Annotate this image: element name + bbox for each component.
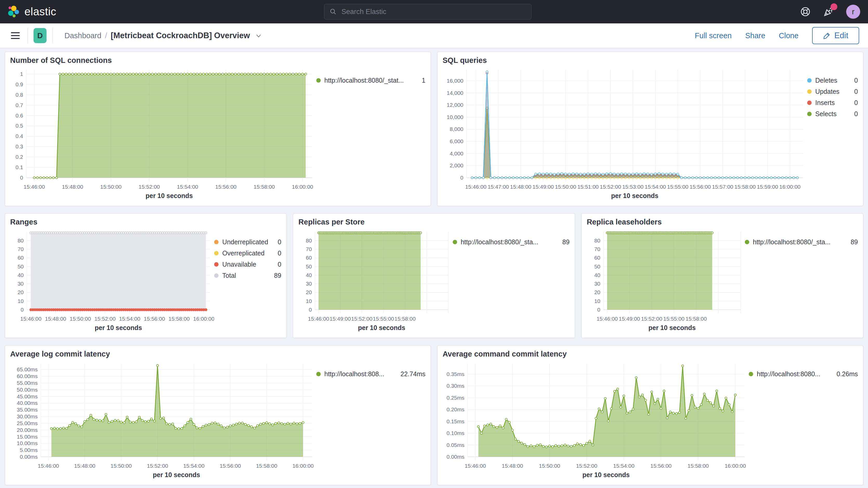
legend-item[interactable]: Inserts0: [807, 99, 858, 106]
svg-text:6,000: 6,000: [450, 138, 463, 144]
legend-item[interactable]: Underreplicated0: [214, 238, 281, 246]
panel-title: Number of SQL connections: [10, 56, 426, 65]
breadcrumb-dashboard-link[interactable]: Dashboard: [64, 31, 101, 40]
svg-text:15:56:00: 15:56:00: [215, 184, 237, 190]
clone-button[interactable]: Clone: [779, 31, 799, 40]
panel-replicas-per-store: Replicas per Store 0102030405060708015:4…: [293, 213, 575, 338]
dashboard-badge-letter: D: [37, 31, 43, 40]
panel-replica-leaseholders: Replica leaseholders 0102030405060708015…: [581, 213, 863, 338]
chart-area: 0102030405060708015:46:0015:48:0015:50:0…: [10, 227, 214, 334]
chart-area: 0102030405060708015:46:0015:49:0015:52:0…: [587, 227, 745, 334]
svg-text:30.00ms: 30.00ms: [17, 414, 38, 419]
share-button[interactable]: Share: [745, 31, 765, 40]
legend-item[interactable]: Deletes0: [807, 77, 858, 84]
newsfeed-button[interactable]: [823, 6, 834, 18]
svg-text:45.00ms: 45.00ms: [17, 393, 38, 399]
chart-legend: http://localhost:8080/_sta...89: [453, 227, 570, 334]
avatar[interactable]: r: [846, 5, 860, 19]
legend-item[interactable]: Overreplicated0: [214, 249, 281, 257]
chart-svg[interactable]: 0102030405060708015:46:0015:49:0015:52:0…: [587, 227, 745, 334]
svg-text:15:52:00: 15:52:00: [94, 316, 116, 322]
svg-text:15:56:00: 15:56:00: [689, 184, 711, 190]
svg-text:60: 60: [594, 255, 600, 261]
help-icon: [800, 6, 811, 17]
search-icon: [330, 8, 337, 15]
help-button[interactable]: [800, 6, 811, 17]
svg-text:per 10 seconds: per 10 seconds: [582, 471, 630, 478]
svg-text:14,000: 14,000: [447, 90, 463, 96]
chart-svg[interactable]: 0.00ms5.00ms10.00ms15.00ms20.00ms25.00ms…: [10, 359, 316, 481]
svg-text:15:58:00: 15:58:00: [686, 316, 707, 322]
panel-sql-connections: Number of SQL connections 00.10.20.30.40…: [5, 52, 431, 206]
legend-item[interactable]: http://localhost:8080/_stat...1: [316, 77, 426, 84]
legend-item[interactable]: Unavailable0: [214, 261, 281, 268]
chart-svg[interactable]: 02,0004,0006,0008,00010,00012,00014,0001…: [442, 66, 807, 202]
svg-text:0: 0: [309, 307, 312, 313]
chart-svg[interactable]: 0.00ms0.05ms0.10ms0.15ms0.20ms0.25ms0.30…: [442, 359, 749, 481]
series-color-dot: [214, 262, 219, 267]
legend-item[interactable]: http://localhost:8080/_sta...89: [453, 238, 570, 246]
legend-value: 89: [562, 238, 570, 246]
svg-text:0: 0: [597, 307, 600, 313]
elastic-logo-icon: [8, 6, 20, 18]
legend-label: Deletes: [815, 77, 850, 84]
panel-ranges: Ranges 0102030405060708015:46:0015:48:00…: [5, 213, 287, 338]
breadcrumb: Dashboard / [Metricbeat CockroachDB] Ove…: [64, 31, 262, 40]
full-screen-button[interactable]: Full screen: [695, 31, 732, 40]
page-title[interactable]: [Metricbeat CockroachDB] Overview: [111, 31, 250, 40]
svg-text:20: 20: [306, 289, 312, 295]
legend-label: Unavailable: [222, 261, 274, 268]
legend-item[interactable]: http://localhost:8080...0.26ms: [749, 370, 858, 378]
legend-item[interactable]: Updates0: [807, 88, 858, 95]
svg-text:0.4: 0.4: [16, 133, 23, 139]
legend-value: 0: [854, 110, 858, 118]
svg-text:50: 50: [594, 264, 600, 270]
legend-item[interactable]: http://localhost:808...22.74ms: [316, 370, 426, 378]
chart-svg[interactable]: 0102030405060708015:46:0015:49:0015:52:0…: [298, 227, 453, 334]
svg-text:15:58:00: 15:58:00: [735, 184, 756, 190]
svg-text:70: 70: [306, 246, 312, 252]
brand[interactable]: elastic: [8, 5, 56, 18]
chart-svg[interactable]: 00.10.20.30.40.50.60.70.80.9115:46:0015:…: [10, 66, 316, 202]
svg-text:0.8: 0.8: [16, 92, 23, 98]
panel-sql-queries: SQL queries 02,0004,0006,0008,00010,0001…: [437, 52, 863, 206]
svg-text:15:52:00: 15:52:00: [641, 316, 662, 322]
svg-text:30: 30: [306, 281, 312, 286]
svg-text:2,000: 2,000: [450, 162, 463, 169]
divider: [28, 28, 28, 43]
svg-text:25.00ms: 25.00ms: [17, 420, 38, 426]
legend-value: 89: [274, 272, 281, 279]
svg-text:80: 80: [306, 238, 312, 243]
legend-value: 22.74ms: [401, 370, 426, 378]
svg-text:60.00ms: 60.00ms: [17, 373, 38, 379]
series-color-dot: [807, 78, 812, 83]
svg-text:1: 1: [20, 71, 23, 77]
svg-text:50: 50: [18, 264, 24, 270]
svg-text:per 10 seconds: per 10 seconds: [153, 471, 200, 478]
svg-text:15:49:00: 15:49:00: [619, 316, 640, 322]
edit-button[interactable]: Edit: [812, 27, 859, 44]
legend-item[interactable]: Selects0: [807, 110, 858, 118]
menu-button[interactable]: [9, 32, 22, 39]
legend-item[interactable]: http://localhost:8080/_sta...89: [745, 238, 858, 246]
svg-text:40.00ms: 40.00ms: [17, 400, 38, 406]
svg-text:15:46:00: 15:46:00: [20, 316, 41, 322]
series-color-dot: [807, 112, 812, 116]
svg-text:15:55:00: 15:55:00: [373, 316, 394, 322]
title-menu-button[interactable]: [255, 32, 262, 39]
svg-text:15:57:00: 15:57:00: [712, 184, 733, 190]
svg-text:70: 70: [18, 246, 24, 252]
svg-text:0.25ms: 0.25ms: [446, 395, 464, 401]
legend-value: 0: [854, 77, 858, 84]
svg-text:15:47:00: 15:47:00: [488, 184, 509, 190]
svg-text:0.1: 0.1: [16, 164, 23, 170]
svg-text:15:54:00: 15:54:00: [645, 184, 666, 190]
global-search[interactable]: [324, 4, 531, 20]
search-input[interactable]: [341, 7, 526, 16]
chart-area: 0102030405060708015:46:0015:49:0015:52:0…: [298, 227, 453, 334]
svg-text:55.00ms: 55.00ms: [17, 380, 38, 386]
svg-text:15:55:00: 15:55:00: [667, 184, 688, 190]
svg-text:20: 20: [594, 289, 600, 295]
legend-item[interactable]: Total89: [214, 272, 281, 279]
chart-svg[interactable]: 0102030405060708015:46:0015:48:0015:50:0…: [10, 227, 214, 334]
